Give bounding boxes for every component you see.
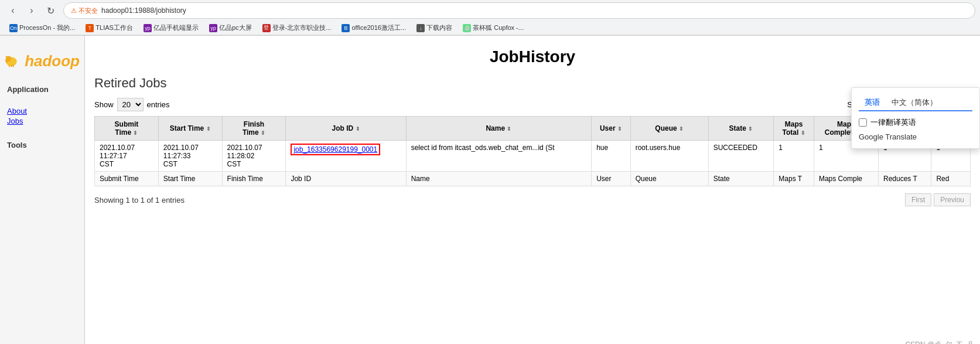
translate-tabs: 英语 中文（简体）: [859, 95, 972, 111]
sort-icon-user: ⇕: [617, 126, 622, 132]
cell-user: hue: [592, 141, 631, 172]
showing-text: Showing 1 to 1 of 1 entries: [94, 196, 185, 205]
footer-cell-jobid: Job ID: [286, 172, 406, 186]
sort-icon-start: ⇕: [206, 126, 211, 132]
th-state[interactable]: State ⇕: [708, 117, 774, 141]
table-footer: Showing 1 to 1 of 1 entries First Previo…: [94, 190, 971, 210]
insecure-indicator: ⚠ 不安全: [71, 6, 98, 15]
yipin-pc-icon: yp: [209, 24, 217, 32]
cell-job-id: job_1633569629199_0001: [286, 141, 406, 172]
login-icon: 登: [262, 24, 271, 32]
translate-checkbox-label: 一律翻译英语: [870, 117, 916, 128]
sort-icon-name: ⇕: [507, 126, 511, 132]
bookmark-label: 亿品pc大屏: [219, 23, 252, 32]
address-bar[interactable]: ⚠ 不安全 hadoop01:19888/jobhistory: [63, 2, 975, 19]
download-icon: ↓: [416, 24, 425, 32]
footer-cell-reduces-t: Reduces T: [878, 172, 931, 186]
footer-cell-finish: Finish Time: [222, 172, 286, 186]
svg-rect-7: [11, 65, 12, 67]
bookmark-processon[interactable]: On ProcessOn - 我的...: [5, 22, 80, 33]
sidebar-section-title-application: Application: [7, 85, 77, 94]
footer-cell-user: User: [592, 172, 631, 186]
refresh-button[interactable]: ↻: [42, 2, 59, 19]
back-button[interactable]: ‹: [5, 2, 21, 19]
bookmarks-bar: On ProcessOn - 我的... T TLIAS工作台 yp 亿品手机端…: [0, 21, 980, 35]
bookmark-label: 亿品手机端显示: [153, 23, 199, 32]
table-footer-row: Submit Time Start Time Finish Time Job I…: [95, 172, 971, 186]
url-text: hadoop01:19888/jobhistory: [101, 6, 186, 15]
section-title: Retired Jobs: [94, 76, 971, 91]
hadoop-logo-text: hadoop: [25, 52, 80, 70]
th-name[interactable]: Name ⇕: [406, 117, 591, 141]
bookmark-tlias[interactable]: T TLIAS工作台: [81, 22, 138, 33]
cell-start-time: 2021.10.0711:27:33CST: [158, 141, 222, 172]
sort-icon-state: ⇕: [748, 126, 753, 132]
sidebar-item-jobs[interactable]: Jobs: [7, 117, 77, 125]
sidebar-links: About Jobs: [0, 101, 84, 131]
bookmark-label: ProcessOn - 我的...: [19, 23, 75, 32]
page-title: JobHistory: [94, 47, 971, 66]
first-page-button[interactable]: First: [905, 193, 931, 206]
table-controls: Show 20 entries Search:: [94, 98, 971, 111]
cupfox-icon: 🍵: [463, 24, 471, 32]
sidebar-section-title-tools: Tools: [7, 141, 77, 149]
tlias-icon: T: [86, 24, 94, 32]
cell-finish-time: 2021.10.0711:28:02CST: [222, 141, 286, 172]
th-finish-time[interactable]: FinishTime ⇕: [222, 117, 286, 141]
footer-cell-state: State: [708, 172, 774, 186]
google-translate-button[interactable]: Google Translate: [859, 132, 972, 141]
previous-page-button[interactable]: Previou: [934, 193, 971, 206]
footer-cell-maps-c: Maps Comple: [814, 172, 878, 186]
bookmark-label: 登录-北京市职业技...: [272, 23, 332, 32]
data-table: SubmitTime ⇕ Start Time ⇕ FinishTime ⇕ J…: [94, 116, 971, 186]
translate-checkbox[interactable]: [859, 118, 867, 127]
sidebar-item-about[interactable]: About: [7, 107, 77, 115]
tab-chinese[interactable]: 中文（简体）: [886, 95, 943, 110]
bookmark-label: 茶杯狐 Cupfox -...: [473, 23, 524, 32]
th-submit-time[interactable]: SubmitTime ⇕: [95, 117, 159, 141]
tab-english[interactable]: 英语: [859, 95, 886, 111]
sidebar: hadoop Application About Jobs Tools: [0, 36, 85, 344]
bookmark-office[interactable]: B office2016激活工...: [337, 22, 411, 33]
cell-submit-time: 2021.10.0711:27:17CST: [95, 141, 159, 172]
pagination: First Previou: [905, 193, 971, 206]
hadoop-logo: [5, 46, 22, 76]
forward-button[interactable]: ›: [23, 2, 40, 19]
th-user[interactable]: User ⇕: [592, 117, 631, 141]
cell-maps-total: 1: [774, 141, 814, 172]
sort-icon-finish: ⇕: [261, 130, 265, 136]
entries-select[interactable]: 20: [117, 98, 144, 111]
csdn-watermark: CSDN @卓_尔_不_凡: [905, 340, 974, 344]
translate-option: 一律翻译英语: [859, 117, 972, 128]
th-queue[interactable]: Queue ⇕: [630, 117, 708, 141]
page-header: JobHistory: [94, 42, 971, 76]
cell-name: select id from itcast_ods.web_chat_em...…: [406, 141, 591, 172]
th-maps-total[interactable]: MapsTotal ⇕: [774, 117, 814, 141]
th-job-id[interactable]: Job ID ⇕: [286, 117, 406, 141]
entries-label: entries: [147, 100, 170, 109]
sort-icon-submit: ⇕: [133, 130, 138, 136]
bookmark-label: office2016激活工...: [351, 23, 406, 32]
main-content: JobHistory Retired Jobs Show 20 entries …: [85, 36, 980, 344]
th-start-time[interactable]: Start Time ⇕: [158, 117, 222, 141]
footer-cell-maps-t: Maps T: [774, 172, 814, 186]
footer-cell-submit: Submit Time: [95, 172, 159, 186]
bookmark-label: TLIAS工作台: [95, 23, 133, 32]
svg-point-5: [8, 57, 8, 58]
sort-icon-jobid: ⇕: [356, 126, 360, 132]
bookmark-cupfox[interactable]: 🍵 茶杯狐 Cupfox -...: [458, 22, 528, 33]
bookmark-yipin-mobile[interactable]: yp 亿品手机端显示: [139, 22, 203, 33]
job-id-link[interactable]: job_1633569629199_0001: [291, 144, 380, 155]
bookmark-yipin-pc[interactable]: yp 亿品pc大屏: [204, 22, 257, 33]
yipin-mobile-icon: yp: [144, 24, 152, 32]
sort-icon-maps-total: ⇕: [801, 130, 805, 136]
processon-icon: On: [9, 24, 18, 32]
office-icon: B: [342, 24, 350, 32]
cell-state: SUCCEEDED: [708, 141, 774, 172]
svg-rect-8: [13, 65, 14, 67]
footer-cell-start: Start Time: [158, 172, 222, 186]
table-row: 2021.10.0711:27:17CST 2021.10.0711:27:33…: [95, 141, 971, 172]
table-header-row: SubmitTime ⇕ Start Time ⇕ FinishTime ⇕ J…: [95, 117, 971, 141]
bookmark-login[interactable]: 登 登录-北京市职业技...: [258, 22, 336, 33]
bookmark-download[interactable]: ↓ 下载内容: [412, 22, 457, 33]
